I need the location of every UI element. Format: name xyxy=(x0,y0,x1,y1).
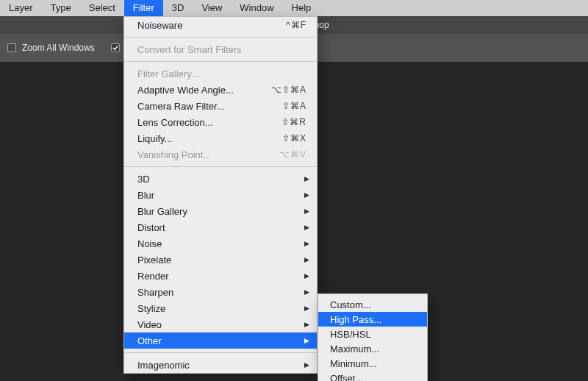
submenu-item-label: HSB/HSL xyxy=(330,329,371,340)
menu-item-filter-gallery: Filter Gallery... xyxy=(124,65,317,82)
menu-item-label: Stylize xyxy=(137,303,165,314)
menu-item-label: Blur Gallery xyxy=(137,206,187,217)
submenu-item-hsb-hsl[interactable]: HSB/HSL xyxy=(318,327,427,341)
menu-item-video[interactable]: Video xyxy=(124,316,317,332)
menu-separator xyxy=(124,61,317,62)
menu-item-label: Distort xyxy=(137,222,165,233)
menu-item-shortcut: ⇧⌘R xyxy=(282,117,306,127)
menu-item-label: Imagenomic xyxy=(137,360,190,371)
menu-item-label: Noise xyxy=(137,238,162,249)
menu-separator xyxy=(124,352,317,353)
scrubby-zoom-checkbox[interactable] xyxy=(111,43,120,52)
menu-item-label: Liquify... xyxy=(137,133,172,144)
submenu-item-label: Maximum... xyxy=(330,343,379,355)
menu-item-shortcut: ⇧⌘A xyxy=(282,101,306,111)
submenu-item-custom[interactable]: Custom... xyxy=(318,297,427,312)
menubar: LayerTypeSelectFilter3DViewWindowHelp xyxy=(0,0,588,16)
menu-item-label: Pixelate xyxy=(137,254,171,266)
menu-item-convert-for-smart-filters: Convert for Smart Filters xyxy=(124,41,317,57)
zoom-all-windows-checkbox[interactable] xyxy=(7,43,16,52)
filter-menu: Noiseware^⌘FConvert for Smart FiltersFil… xyxy=(123,16,318,374)
submenu-item-high-pass[interactable]: High Pass... xyxy=(318,312,427,327)
menu-item-other[interactable]: Other xyxy=(124,332,317,349)
menu-item-label: Lens Correction... xyxy=(137,117,213,128)
menu-item-noise[interactable]: Noise xyxy=(124,235,317,252)
menu-item-sharpen[interactable]: Sharpen xyxy=(124,284,317,300)
menu-item-render[interactable]: Render xyxy=(124,268,317,284)
menu-item-shortcut: ⌥⌘V xyxy=(279,149,306,160)
menu-item-label: Noiseware xyxy=(137,20,182,31)
menu-item-distort[interactable]: Distort xyxy=(124,219,317,235)
menu-item-noiseware[interactable]: Noiseware^⌘F xyxy=(124,17,317,33)
menu-item-label: Filter Gallery... xyxy=(137,68,199,79)
zoom-all-windows-label: Zoom All Windows xyxy=(22,43,95,53)
menu-item-label: 3D xyxy=(137,174,150,185)
submenu-item-offset[interactable]: Offset... xyxy=(318,371,427,381)
menu-item-vanishing-point: Vanishing Point...⌥⌘V xyxy=(124,146,317,163)
menu-separator xyxy=(124,37,317,38)
menubar-item-type[interactable]: Type xyxy=(42,0,80,16)
menu-item-lens-correction[interactable]: Lens Correction...⇧⌘R xyxy=(124,114,317,130)
filter-other-submenu: Custom...High Pass...HSB/HSLMaximum...Mi… xyxy=(318,293,428,381)
submenu-item-minimum[interactable]: Minimum... xyxy=(318,356,427,371)
menu-item-label: Convert for Smart Filters xyxy=(137,44,242,55)
menu-item-label: Camera Raw Filter... xyxy=(137,101,224,112)
menu-item-stylize[interactable]: Stylize xyxy=(124,300,317,316)
menubar-item-window[interactable]: Window xyxy=(231,0,282,16)
menubar-item-select[interactable]: Select xyxy=(80,0,124,16)
menu-item-label: Blur xyxy=(137,190,154,201)
menu-item-3d[interactable]: 3D xyxy=(124,171,317,187)
menu-item-shortcut: ⇧⌘X xyxy=(282,133,306,143)
menu-item-label: Video xyxy=(137,319,162,330)
menubar-item-view[interactable]: View xyxy=(193,0,231,16)
menu-item-label: Adaptive Wide Angle... xyxy=(137,85,234,96)
menu-item-liquify[interactable]: Liquify...⇧⌘X xyxy=(124,130,317,146)
menu-separator xyxy=(124,166,317,167)
menubar-item-layer[interactable]: Layer xyxy=(0,0,42,16)
menu-item-label: Vanishing Point... xyxy=(137,149,211,160)
menu-item-shortcut: ⌥⇧⌘A xyxy=(271,85,306,95)
menu-item-camera-raw-filter[interactable]: Camera Raw Filter...⇧⌘A xyxy=(124,98,317,114)
menu-item-blur-gallery[interactable]: Blur Gallery xyxy=(124,203,317,219)
submenu-item-label: High Pass... xyxy=(330,314,381,325)
menu-item-imagenomic[interactable]: Imagenomic xyxy=(124,357,317,373)
menubar-item-help[interactable]: Help xyxy=(283,0,320,16)
menu-item-blur[interactable]: Blur xyxy=(124,187,317,203)
menu-item-pixelate[interactable]: Pixelate xyxy=(124,252,317,268)
menu-item-adaptive-wide-angle[interactable]: Adaptive Wide Angle...⌥⇧⌘A xyxy=(124,82,317,98)
menubar-item-3d[interactable]: 3D xyxy=(163,0,193,16)
menu-item-label: Render xyxy=(137,271,169,282)
menu-item-label: Other xyxy=(137,335,162,346)
menu-item-shortcut: ^⌘F xyxy=(286,20,306,30)
submenu-item-maximum[interactable]: Maximum... xyxy=(318,341,427,356)
menubar-item-filter[interactable]: Filter xyxy=(124,0,163,16)
submenu-item-label: Custom... xyxy=(330,299,371,310)
submenu-item-label: Minimum... xyxy=(330,358,377,369)
submenu-item-label: Offset... xyxy=(330,373,363,382)
menu-item-label: Sharpen xyxy=(137,287,173,298)
